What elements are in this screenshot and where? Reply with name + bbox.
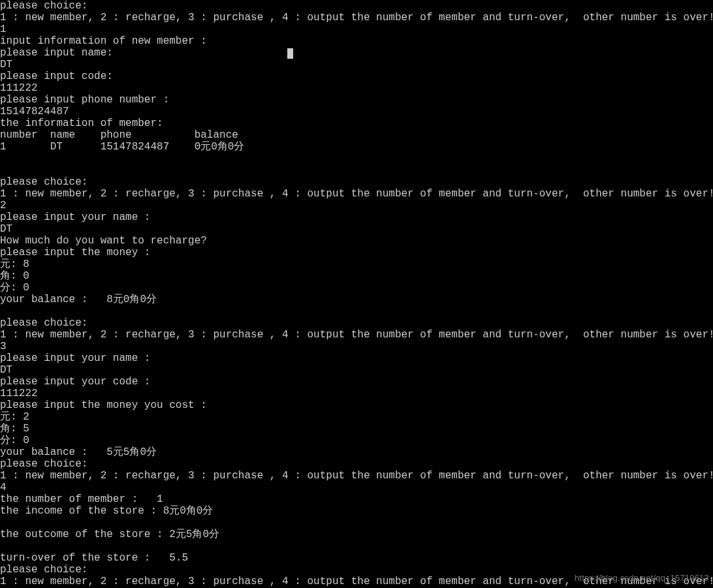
terminal-line: the outcome of the store : 2元5角0分 xyxy=(0,529,713,540)
terminal-line: the information of member: xyxy=(0,117,713,129)
terminal-line: please input the money : xyxy=(0,247,713,258)
terminal-line: please input the money you cost : xyxy=(0,399,713,411)
terminal-line: turn-over of the store : 5.5 xyxy=(0,552,713,564)
terminal-line xyxy=(0,305,713,317)
terminal-line: DT xyxy=(0,223,713,235)
terminal-line: 1 : new member, 2 : recharge, 3 : purcha… xyxy=(0,12,713,23)
terminal-line: 111222 xyxy=(0,82,713,94)
terminal-line: 角: 5 xyxy=(0,423,713,435)
terminal-line: the income of the store : 8元0角0分 xyxy=(0,505,713,517)
terminal-line: 分: 0 xyxy=(0,435,713,446)
terminal-line: 1 : new member, 2 : recharge, 3 : purcha… xyxy=(0,188,713,200)
terminal-line: DT xyxy=(0,59,713,70)
terminal-line: DT xyxy=(0,364,713,376)
terminal-line: 1 DT 15147824487 0元0角0分 xyxy=(0,141,713,153)
terminal-line: your balance : 5元5角0分 xyxy=(0,446,713,458)
terminal-line: 1 : new member, 2 : recharge, 3 : purcha… xyxy=(0,329,713,341)
terminal-line: please choice: xyxy=(0,317,713,329)
watermark: https://blog.csdn.net/qq_15719613 xyxy=(575,572,709,584)
terminal-line: 3 xyxy=(0,341,713,352)
terminal-line: 111222 xyxy=(0,388,713,399)
terminal-line: 角: 0 xyxy=(0,270,713,282)
terminal-line: please input name: xyxy=(0,47,713,59)
terminal-line: 1 : new member, 2 : recharge, 3 : purcha… xyxy=(0,470,713,482)
terminal-line: number name phone balance xyxy=(0,129,713,141)
terminal-line: please choice: xyxy=(0,458,713,470)
terminal-output[interactable]: please choice:1 : new member, 2 : rechar… xyxy=(0,0,713,587)
terminal-line xyxy=(0,540,713,552)
terminal-line: 分: 0 xyxy=(0,282,713,294)
terminal-line: please choice: xyxy=(0,0,713,12)
terminal-line: 元: 2 xyxy=(0,411,713,423)
terminal-line xyxy=(0,153,713,164)
terminal-line: your balance : 8元0角0分 xyxy=(0,294,713,305)
terminal-line: please choice: xyxy=(0,176,713,188)
terminal-line: please input your name : xyxy=(0,352,713,364)
terminal-line: 1 xyxy=(0,23,713,35)
terminal-line: the number of member : 1 xyxy=(0,493,713,505)
terminal-line: please input your code : xyxy=(0,376,713,388)
terminal-line: please input phone number : xyxy=(0,94,713,106)
terminal-line: 元: 8 xyxy=(0,258,713,270)
terminal-line: 4 xyxy=(0,482,713,493)
terminal-line: input information of new member : xyxy=(0,35,713,47)
text-cursor xyxy=(287,48,293,59)
terminal-line xyxy=(0,517,713,529)
terminal-line: please input your name : xyxy=(0,211,713,223)
terminal-line: please input code: xyxy=(0,70,713,82)
terminal-line: 2 xyxy=(0,200,713,211)
terminal-line: How much do you want to recharge? xyxy=(0,235,713,247)
terminal-line: 15147824487 xyxy=(0,106,713,117)
terminal-line xyxy=(0,164,713,176)
